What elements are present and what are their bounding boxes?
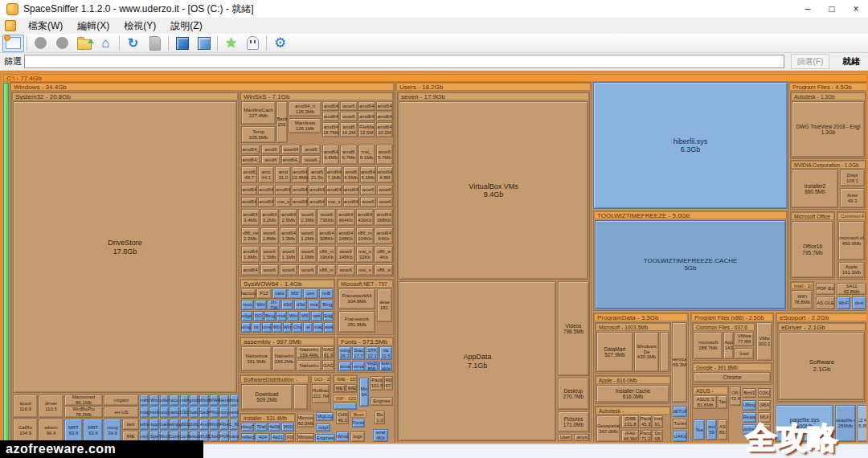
treemap-folder-cell[interactable]: Software 2.1Gb (779, 332, 865, 400)
treemap-folder-cell[interactable]: wow6 (377, 197, 393, 207)
treemap-folder-cell[interactable]: FileMa 12.5M (358, 122, 375, 137)
treemap-folder-cell[interactable]: amd64 (322, 112, 339, 121)
treemap-folder-header[interactable]: Google - 391.8Mb (693, 363, 772, 371)
treemap-folder-cell[interactable]: wow6 736Kb (317, 209, 336, 226)
treemap-file-cell[interactable]: xbog7 (241, 423, 254, 431)
new-view-button[interactable] (2, 35, 24, 52)
treemap-folder-cell[interactable]: NativeIm 159.4Mb (297, 346, 321, 358)
treemap-file-cell[interactable]: Wind (199, 395, 208, 406)
treemap-file-cell[interactable]: winp (170, 419, 178, 430)
treemap-folder-header[interactable]: SysWOW64 - 1.4Gb (240, 280, 334, 288)
treemap-folder-cell[interactable]: amd6 (301, 145, 321, 154)
treemap-file-cell[interactable]: ima (308, 300, 321, 310)
treemap-file-cell[interactable]: Sens (219, 395, 228, 406)
treemap-file-cell[interactable]: gnub (190, 395, 199, 406)
treemap-file-cell[interactable]: 70af (255, 423, 268, 431)
treemap-file-cell[interactable]: sima (352, 362, 365, 371)
export-button[interactable] (73, 35, 95, 52)
treemap-file-cell[interactable]: Win (288, 311, 299, 321)
treemap-file-cell[interactable]: odwf (160, 395, 169, 406)
treemap-folder-cell[interactable]: amd64 (343, 197, 359, 207)
treemap-file-cell[interactable]: Sadr (199, 407, 208, 418)
treemap-folder-cell[interactable]: amd64 (326, 185, 342, 195)
treemap-folder-cell[interactable]: Re 1.0 (375, 411, 385, 424)
treemap-folder-header[interactable]: Common Files - 637.6 (693, 323, 755, 331)
treemap-folder-cell[interactable]: Do 68. (653, 430, 663, 442)
treemap-folder-cell[interactable]: amd64 2.5Mb (280, 209, 298, 226)
treemap-folder-cell[interactable]: SA11 42.8Mb (837, 283, 866, 295)
treemap-folder-cell[interactable]: Framework64 304.8Mb (338, 288, 375, 309)
treemap-file-cell[interactable]: rast (311, 311, 322, 321)
treemap-folder-cell[interactable]: DataMart 527.9Mb (596, 332, 633, 372)
treemap-folder-cell[interactable]: VMw 300.1 (756, 322, 772, 361)
treemap-folder-cell[interactable]: wow6 (260, 264, 279, 276)
treemap-file-cell[interactable]: wav (190, 407, 199, 418)
treemap-folder-cell[interactable]: Chrome (694, 372, 771, 382)
treemap-folder-cell[interactable]: x86_m 196Kb (317, 246, 336, 263)
treemap-folder-cell[interactable]: Office16 795.7Mb (792, 221, 833, 278)
treemap-folder-cell[interactable]: en-US (104, 407, 139, 418)
treemap-folder-header[interactable]: INF - 122.1 (333, 395, 358, 402)
treemap-folder-cell[interactable]: App 143 (723, 332, 734, 359)
treemap-folder-cell[interactable]: Manifests 126.1Mb (289, 118, 321, 133)
treemap-file-cell[interactable]: 3f00 (281, 423, 294, 431)
treemap-folder-cell[interactable]: Anse 49.3 (840, 188, 865, 208)
treemap-folder-cell[interactable]: NativeIm (297, 360, 321, 371)
treemap-folder-cell[interactable]: amd64 (258, 197, 274, 207)
treemap-folder-cell[interactable]: amd64 18.7Mb (322, 122, 339, 137)
treemap-folder-cell[interactable]: amd64 10.2M (376, 122, 393, 137)
treemap-folder-cell[interactable]: wow6 1.0Mb (298, 246, 317, 263)
treemap-folder-cell[interactable]: x86_ne 2.2Mb (241, 227, 260, 244)
treemap-file-cell[interactable]: Gam (160, 419, 169, 430)
treemap-file-cell[interactable]: TOOLWIZTIMEFREEZE.CACHE 5Gb (595, 220, 786, 309)
treemap-file-cell[interactable]: g602 (180, 419, 189, 430)
treemap-file-cell[interactable]: nvco (241, 300, 254, 310)
treemap-folder-header[interactable]: IME - 155. (334, 375, 357, 383)
menu-view[interactable]: 檢視(Y) (117, 18, 163, 35)
treemap-file-cell[interactable]: hiberfil.sys 6.3Gb (593, 82, 788, 209)
treemap-file-cell[interactable]: awk (324, 322, 334, 333)
treemap-folder-cell[interactable]: wow6 1.5Mb (260, 246, 279, 263)
treemap-file-cell[interactable]: STK 12.1 (366, 346, 379, 360)
treemap-folder-cell[interactable]: wow6 1.1Mb (280, 246, 298, 263)
treemap-folder-header[interactable]: eDriver - 2.1Gb (778, 323, 866, 331)
treemap-folder-cell[interactable]: amd6 16.2M (340, 122, 357, 137)
treemap-folder-cell[interactable]: Installer Cache 616.0Mb (596, 385, 669, 403)
treemap-folder-cell[interactable]: amd64 1.6Mb (241, 246, 260, 263)
treemap-folder-cell[interactable]: microsoft 288.7Mb (694, 332, 723, 359)
treemap-folder-cell[interactable]: microsoft.of 450.0Mb (838, 221, 865, 260)
treemap-file-cell[interactable]: wraf 4Kb (373, 429, 388, 442)
treemap-file-cell[interactable]: Hok (149, 407, 158, 418)
treemap-folder-cell[interactable]: Tan (718, 395, 727, 409)
minimize-button[interactable]: – (796, 0, 820, 18)
treemap-folder-cell[interactable]: amd64 (241, 185, 257, 195)
treemap-folder-cell[interactable]: msi_s (275, 197, 291, 207)
treemap-folder-cell[interactable]: Apple 161.1Mb (838, 262, 865, 278)
treemap-folder-cell[interactable]: amd64 64Kb (375, 227, 393, 244)
treemap-folder-cell[interactable]: amd64 (292, 197, 308, 207)
treemap-folder-cell[interactable]: amd64 (292, 185, 308, 195)
treemap-folder-cell[interactable]: iTunes (673, 419, 687, 429)
treemap-folder-cell[interactable]: amd64 (343, 185, 359, 195)
treemap-folder-cell[interactable]: wow64 (281, 145, 301, 154)
treemap-file-cell[interactable]: CbsC (210, 431, 219, 442)
treemap-folder-cell[interactable]: wbem 96.4 (39, 419, 63, 442)
treemap-folder-header[interactable]: Autodesk - 1.3Gb (791, 92, 866, 100)
treemap-folder-cell[interactable]: amd64 (275, 185, 291, 195)
treemap-file-cell[interactable]: MS' (288, 288, 302, 299)
treemap-folder-cell[interactable]: {FA0 46.9M (621, 430, 639, 442)
treemap-folder-cell[interactable]: IME (346, 384, 357, 392)
treemap-file-cell[interactable]: Phor (210, 407, 219, 418)
treemap-file-cell[interactable]: Edg (323, 311, 334, 321)
treemap-folder-header[interactable]: Fonts - 573.5Mb (338, 337, 393, 346)
mdi-child-icon[interactable] (5, 20, 16, 31)
treemap-file-cell[interactable]: cert (303, 288, 317, 299)
more-detail-button[interactable] (193, 35, 215, 52)
treemap-file-cell[interactable]: wfra (140, 419, 149, 430)
treemap-folder-cell[interactable]: amd64 4.8M (377, 166, 393, 183)
treemap-folder-cell[interactable]: ASUS S 81.6Mb (694, 395, 717, 409)
treemap-file-cell[interactable]: nvtpl (316, 423, 330, 431)
treemap-folder-cell[interactable]: wow6 (360, 197, 376, 207)
treemap-folder-cell[interactable]: NativeIm 269.2Mb (272, 346, 296, 371)
treemap-file-cell[interactable]: ita 11.5 (379, 346, 392, 360)
